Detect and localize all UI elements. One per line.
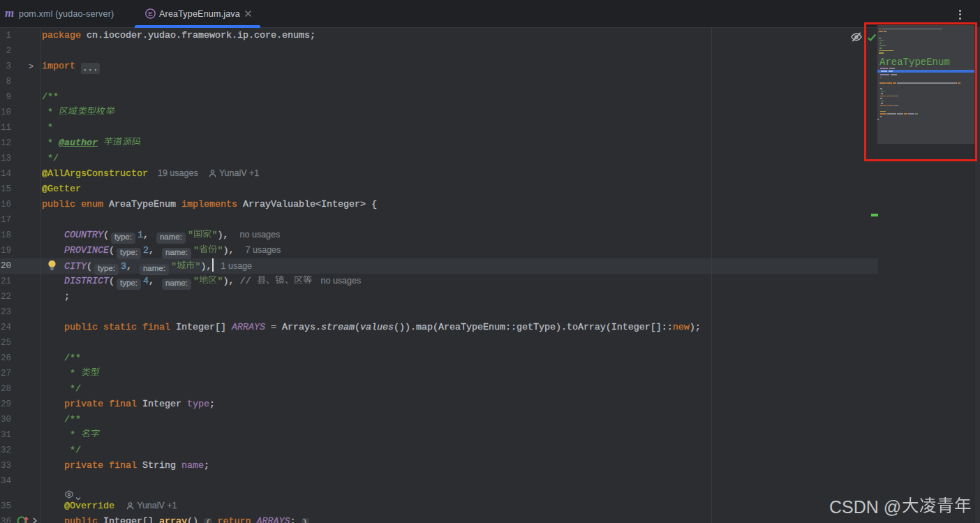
svg-text:E: E [148,10,152,17]
